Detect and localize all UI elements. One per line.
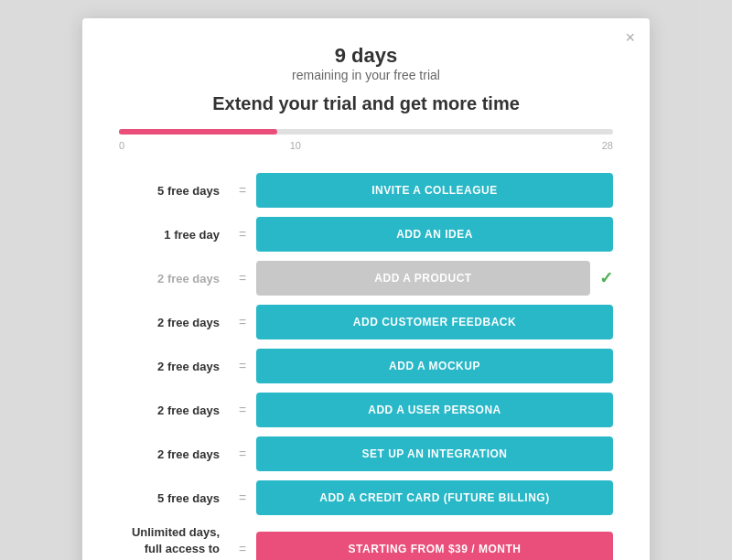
action-row: 5 free days=INVITE A COLLEAGUE [119, 173, 613, 208]
trial-days-number: 9 days [119, 44, 613, 68]
equals-sign: = [229, 227, 256, 242]
days-label: 2 free days [119, 447, 229, 461]
action-button-4[interactable]: ADD A MOCKUP [256, 349, 613, 383]
progress-label-28: 28 [602, 140, 613, 151]
unlimited-label: Unlimited days, full access to ProdPad [119, 524, 229, 560]
progress-bar-container [119, 129, 613, 135]
days-label: 5 free days [119, 491, 229, 505]
equals-sign: = [229, 490, 256, 505]
check-icon: ✓ [599, 268, 613, 288]
days-label: 5 free days [119, 184, 229, 198]
progress-label-10: 10 [290, 140, 301, 151]
equals-sign: = [229, 315, 256, 329]
action-row: 2 free days=SET UP AN INTEGRATION [119, 436, 613, 471]
action-row: 5 free days=ADD A CREDIT CARD (FUTURE BI… [119, 480, 613, 515]
equals-sign: = [229, 271, 256, 285]
days-label: 2 free days [119, 360, 229, 373]
modal-title: Extend your trial and get more time [119, 93, 613, 114]
progress-label-0: 0 [119, 140, 124, 151]
action-row: 2 free days=ADD A USER PERSONA [119, 393, 613, 427]
unlimited-button[interactable]: STARTING FROM $39 / MONTH [256, 532, 613, 560]
equals-sign: = [229, 403, 256, 417]
equals-sign: = [229, 447, 256, 461]
days-label: 2 free days [119, 316, 229, 329]
modal-overlay: × 9 days remaining in your free trial Ex… [0, 0, 732, 560]
action-button-7[interactable]: ADD A CREDIT CARD (FUTURE BILLING) [256, 480, 613, 515]
actions-container: 5 free days=INVITE A COLLEAGUE1 free day… [119, 173, 613, 515]
days-label: 2 free days [119, 404, 229, 417]
action-row: 2 free days=ADD CUSTOMER FEEDBACK [119, 305, 613, 339]
action-row: 1 free day=ADD AN IDEA [119, 217, 613, 252]
equals-sign: = [229, 359, 256, 373]
equals-sign: = [229, 183, 256, 198]
progress-bar-fill [119, 129, 277, 135]
trial-days-text: remaining in your free trial [119, 68, 613, 82]
unlimited-row: Unlimited days, full access to ProdPad =… [119, 524, 613, 560]
days-label: 1 free day [119, 228, 229, 242]
action-row: 2 free days=ADD A MOCKUP [119, 349, 613, 383]
action-button-2: ADD A PRODUCT [256, 261, 590, 296]
action-row: 2 free days=ADD A PRODUCT✓ [119, 261, 613, 296]
progress-labels: 0 10 28 [119, 140, 613, 155]
action-button-6[interactable]: SET UP AN INTEGRATION [256, 436, 613, 471]
trial-header: 9 days remaining in your free trial [119, 44, 613, 82]
unlimited-equals: = [229, 542, 256, 556]
action-button-5[interactable]: ADD A USER PERSONA [256, 393, 613, 427]
days-label: 2 free days [119, 272, 229, 285]
close-button[interactable]: × [625, 29, 635, 46]
action-button-3[interactable]: ADD CUSTOMER FEEDBACK [256, 305, 613, 339]
modal: × 9 days remaining in your free trial Ex… [82, 18, 650, 560]
action-button-1[interactable]: ADD AN IDEA [256, 217, 613, 252]
action-button-0[interactable]: INVITE A COLLEAGUE [256, 173, 613, 208]
